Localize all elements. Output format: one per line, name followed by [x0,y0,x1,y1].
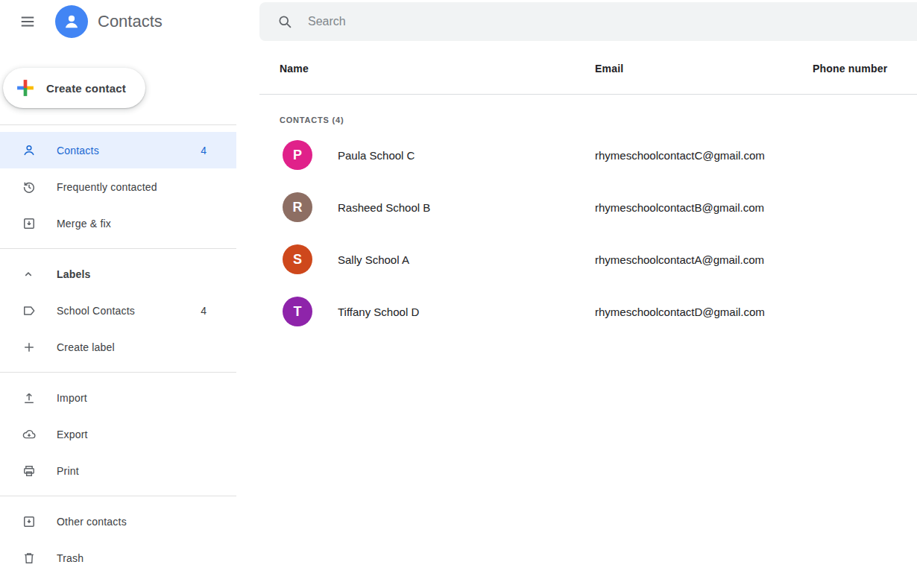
trash-icon [22,551,37,566]
column-header-phone: Phone number [813,63,917,75]
contacts-logo-icon [55,5,88,38]
table-header-row: Name Email Phone number [259,42,917,95]
contact-row-rasheed[interactable]: R Rasheed School B rhymeschoolcontactB@g… [259,181,917,233]
hamburger-menu-icon[interactable] [18,12,37,31]
contact-name: Paula School C [338,149,415,162]
labels-header-label: Labels [57,268,91,280]
contacts-list: Name Email Phone number CONTACTS (4) P P… [259,42,917,588]
sidebar-item-merge-fix[interactable]: Merge & fix [0,205,236,241]
contacts-section-label: CONTACTS (4) [280,116,917,124]
divider [0,124,236,125]
column-header-name: Name [280,63,595,75]
contact-email: rhymeschoolcontactC@gmail.com [595,149,813,162]
plus-icon [22,340,37,355]
sidebar-item-print[interactable]: Print [0,452,236,489]
contact-name: Tiffany School D [338,306,419,318]
divider [0,248,236,249]
contact-email: rhymeschoolcontactB@gmail.com [595,201,813,214]
contact-email: rhymeschoolcontactD@gmail.com [595,306,813,318]
sidebar-item-label: Import [57,392,87,404]
avatar[interactable]: T [283,297,312,326]
contact-row-sally[interactable]: S Sally School A rhymeschoolcontactA@gma… [259,233,917,285]
labels-section-header[interactable]: Labels [0,256,236,292]
sidebar-item-label: Contacts [57,145,99,157]
sidebar-item-create-label[interactable]: Create label [0,329,236,365]
avatar[interactable]: P [283,140,312,170]
sidebar-item-label: Trash [57,552,83,564]
chevron-up-icon [22,267,37,282]
create-contact-label: Create contact [46,82,126,95]
upload-icon [22,391,37,405]
search-icon[interactable] [277,14,293,30]
search-bar [259,2,917,41]
sidebar: Create contact Contacts 4 Frequently con… [0,42,236,588]
sidebar-item-label: Create label [57,341,115,353]
printer-icon [22,464,37,478]
column-header-email: Email [595,63,813,75]
sidebar-item-frequently-contacted[interactable]: Frequently contacted [0,168,236,205]
person-icon [22,143,37,158]
sidebar-item-other-contacts[interactable]: Other contacts [0,503,236,540]
sidebar-nav: Contacts 4 Frequently contacted Merge & … [0,124,236,576]
sidebar-item-import[interactable]: Import [0,379,236,416]
label-tag-icon [22,303,37,318]
google-plus-icon [15,78,36,98]
divider [0,372,236,373]
sidebar-item-contacts[interactable]: Contacts 4 [0,132,236,168]
history-icon [22,180,37,195]
sidebar-item-label: School Contacts [57,305,135,317]
top-brand-bar: Contacts [0,0,259,42]
app-title: Contacts [98,12,163,31]
label-count: 4 [201,305,207,317]
avatar[interactable]: S [283,244,312,274]
create-contact-button[interactable]: Create contact [3,68,145,108]
sidebar-item-label: Print [57,465,79,477]
cloud-download-icon [22,427,37,442]
contact-row-tiffany[interactable]: T Tiffany School D rhymeschoolcontactD@g… [259,285,917,338]
sidebar-item-label: Merge & fix [57,218,111,230]
search-input[interactable] [308,15,917,28]
contact-email: rhymeschoolcontactA@gmail.com [595,253,813,266]
contact-row-paula[interactable]: P Paula School C rhymeschoolcontactC@gma… [259,129,917,181]
sidebar-item-export[interactable]: Export [0,416,236,452]
contacts-count: 4 [201,145,207,157]
other-contacts-icon [22,514,37,529]
sidebar-item-label: Frequently contacted [57,181,157,193]
sidebar-item-label: Other contacts [57,516,127,528]
contact-name: Rasheed School B [338,201,430,214]
contact-name: Sally School A [338,253,409,266]
divider [0,496,236,496]
avatar[interactable]: R [283,192,312,222]
sidebar-item-school-contacts[interactable]: School Contacts 4 [0,292,236,329]
sidebar-item-label: Export [57,429,88,440]
merge-fix-icon [22,216,37,231]
sidebar-item-trash[interactable]: Trash [0,540,236,576]
